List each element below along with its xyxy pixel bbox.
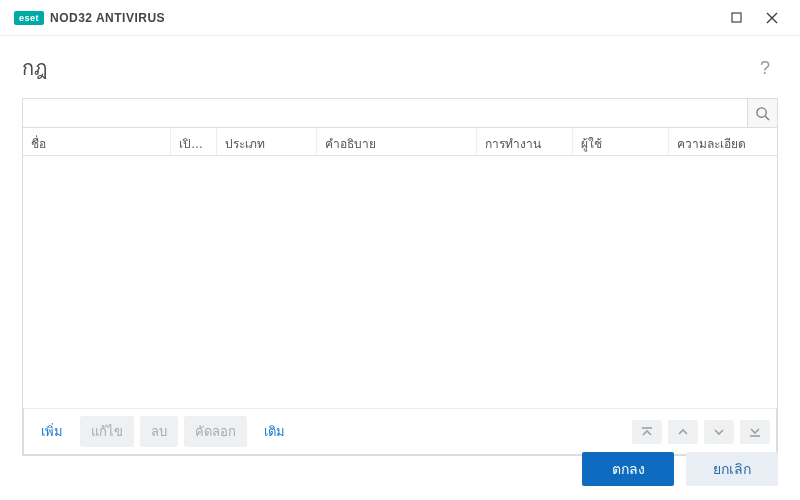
search-button[interactable] [747,99,777,127]
close-button[interactable] [754,4,790,32]
search-input[interactable] [23,99,747,127]
column-header[interactable]: ประเภท [217,128,317,155]
page-title: กฎ [22,52,47,84]
dialog-footer: ตกลง ยกเลิก [0,438,800,500]
svg-rect-0 [732,13,741,22]
column-header[interactable]: ชื่อ [23,128,171,155]
column-header[interactable]: ความละเอียด [669,128,775,155]
brand-logo: eset [14,11,44,25]
svg-line-4 [765,116,769,120]
column-header[interactable]: เปิดใ... [171,128,217,155]
table-body[interactable] [23,156,777,408]
svg-point-3 [757,107,766,116]
column-header[interactable]: การทำงาน [477,128,573,155]
rules-table: ชื่อเปิดใ...ประเภทคำอธิบายการทำงานผู้ใช้… [22,128,778,456]
maximize-button[interactable] [718,4,754,32]
ok-button[interactable]: ตกลง [582,452,674,486]
product-name: NOD32 ANTIVIRUS [50,11,165,25]
titlebar: eset NOD32 ANTIVIRUS [0,0,800,36]
table-header: ชื่อเปิดใ...ประเภทคำอธิบายการทำงานผู้ใช้… [23,128,777,156]
column-header[interactable]: คำอธิบาย [317,128,477,155]
column-header[interactable]: ผู้ใช้ [573,128,669,155]
help-icon[interactable]: ? [752,54,778,83]
search-bar [22,98,778,128]
cancel-button[interactable]: ยกเลิก [686,452,778,486]
